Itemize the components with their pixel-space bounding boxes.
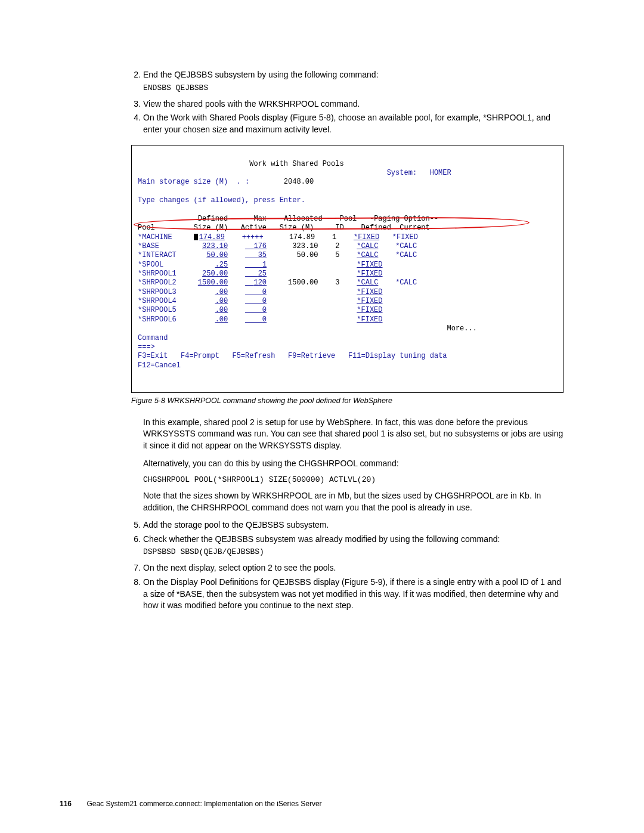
row-shrpool1: *SHRPOOL1 250.00 25 *FIXED xyxy=(138,270,383,278)
figure-wrkshrpool: Work with Shared Pools System: HOMER Mai… xyxy=(131,145,564,392)
storage-value: 2048.00 xyxy=(284,178,314,186)
hdr-current: Current xyxy=(400,224,429,232)
step-3: 3. View the shared pools with the WRKSHR… xyxy=(128,98,566,110)
hdr-active: Active xyxy=(241,224,267,232)
step-text: On the Work with Shared Pools display (F… xyxy=(143,112,566,135)
fkey-f3: F3=Exit xyxy=(138,352,168,360)
hdr-poolid: Pool xyxy=(340,215,357,223)
hdr-defined: Defined xyxy=(198,215,228,223)
hdr-id: ID xyxy=(335,224,343,232)
para-alt: Alternatively, you can do this by using … xyxy=(143,458,566,470)
fkey-f12: F12=Cancel xyxy=(138,361,181,370)
code-chgshrpool: CHGSHRPOOL POOL(*SHRPOOL1) SIZE(500000) … xyxy=(143,475,566,484)
row-interact: *INTERACT 50.00 35 50.00 5 *CALC *CALC xyxy=(138,251,417,259)
row-shrpool4: *SHRPOOL4 .00 0 *FIXED xyxy=(138,297,383,305)
row-shrpool2: *SHRPOOL2 1500.00 120 1500.00 3 *CALC *C… xyxy=(138,278,417,287)
para-note: Note that the sizes shown by WRKSHRPOOL … xyxy=(143,490,566,513)
step-5: 5. Add the storage pool to the QEJBSBS s… xyxy=(128,519,566,531)
storage-label: Main storage size (M) . : xyxy=(138,178,249,186)
fkey-f4: F4=Prompt xyxy=(181,352,219,360)
hdr-size: Size (M) xyxy=(194,224,228,232)
step-number: 2. xyxy=(128,69,141,81)
step-8: 8. On the Display Pool Definitions for Q… xyxy=(128,577,566,612)
hdr-pool: Pool xyxy=(138,224,155,232)
row-shrpool3: *SHRPOOL3 .00 0 *FIXED xyxy=(138,288,383,296)
para-example: In this example, shared pool 2 is setup … xyxy=(143,417,566,452)
step-text: Add the storage pool to the QEJBSBS subs… xyxy=(143,519,566,531)
page-footer: 116 Geac System21 commerce.connect: Impl… xyxy=(60,800,322,808)
page-number: 116 xyxy=(60,800,72,808)
step-7: 7. On the next display, select option 2 … xyxy=(128,562,566,574)
hdr-max: Max xyxy=(253,215,267,223)
step-text: Check whether the QEJBSBS subsystem was … xyxy=(143,534,566,546)
footer-title: Geac System21 commerce.connect: Implemen… xyxy=(86,800,321,808)
hdr-allocsize: Size (M) xyxy=(280,224,314,232)
row-machine: *MACHINE 174.89 +++++ 174.89 1 *FIXED *F… xyxy=(138,233,418,241)
step-text: On the next display, select option 2 to … xyxy=(143,562,566,574)
step-text: End the QEJBSBS subsystem by using the f… xyxy=(143,69,566,81)
row-spool: *SPOOL .25 1 *FIXED xyxy=(138,261,383,269)
fig-title: Work with Shared Pools xyxy=(249,160,343,168)
step-number: 3. xyxy=(128,98,141,110)
fkey-f5: F5=Refresh xyxy=(232,352,275,360)
row-shrpool5: *SHRPOOL5 .00 0 *FIXED xyxy=(138,306,383,314)
cursor-icon xyxy=(194,234,198,240)
command-label: Command xyxy=(138,334,168,342)
row-shrpool6: *SHRPOOL6 .00 0 *FIXED xyxy=(138,315,383,324)
system-label: System: xyxy=(387,169,417,177)
figure-caption: Figure 5-8 WRKSHRPOOL command showing th… xyxy=(131,397,566,405)
more-text: More... xyxy=(447,324,476,333)
fkey-f11: F11=Display tuning data xyxy=(348,352,447,360)
row-base: *BASE 323.10 176 323.10 2 *CALC *CALC xyxy=(138,242,417,250)
step-4: 4. On the Work with Shared Pools display… xyxy=(128,112,566,135)
hdr-paging: -Paging Option-- xyxy=(370,215,438,223)
hdr-defined2: Defined xyxy=(361,224,391,232)
command-prompt: ===> xyxy=(138,343,155,351)
step-number: 7. xyxy=(128,562,141,574)
system-name: HOMER xyxy=(430,169,451,177)
hint-text: Type changes (if allowed), press Enter. xyxy=(138,196,305,205)
step-number: 6. xyxy=(128,534,141,546)
step-number: 8. xyxy=(128,577,141,612)
code-dspsbsd: DSPSBSD SBSD(QEJB/QEJBSBS) xyxy=(143,547,566,556)
hdr-allocated: Allocated xyxy=(284,215,323,223)
step-6: 6. Check whether the QEJBSBS subsystem w… xyxy=(128,534,566,546)
step-text: On the Display Pool Definitions for QEJB… xyxy=(143,577,566,612)
step-2: 2. End the QEJBSBS subsystem by using th… xyxy=(128,69,566,81)
step-number: 5. xyxy=(128,519,141,531)
code-endsbs: ENDSBS QEJBSBS xyxy=(143,83,566,92)
fkey-f9: F9=Retrieve xyxy=(288,352,335,360)
step-number: 4. xyxy=(128,112,141,135)
step-text: View the shared pools with the WRKSHRPOO… xyxy=(143,98,566,110)
